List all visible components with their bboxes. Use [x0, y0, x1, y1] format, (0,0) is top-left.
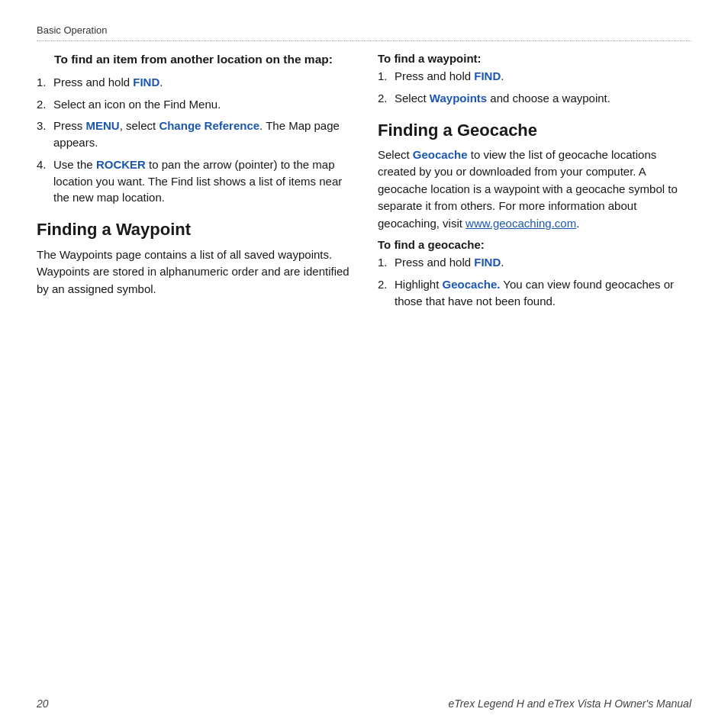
waypoint-section-heading: Finding a Waypoint: [37, 220, 350, 240]
keyword-geocache-highlight: Geocache.: [443, 278, 501, 291]
find-waypoint-steps: 1. Press and hold FIND. 2. Select Waypoi…: [378, 68, 691, 107]
keyword-rocker: ROCKER: [96, 158, 146, 171]
keyword-geocache-select: Geocache: [413, 148, 468, 161]
content-area: To find an item from another location on…: [37, 52, 691, 317]
header-title: Basic Operation: [37, 24, 108, 36]
list-item: 2. Select Waypoints and choose a waypoin…: [378, 90, 691, 107]
list-item: 1. Press and hold FIND.: [378, 254, 691, 271]
keyword-change-reference: Change Reference: [159, 119, 259, 132]
find-geocache-heading: To find a geocache:: [378, 238, 691, 251]
keyword-find-1: FIND: [133, 76, 159, 89]
list-item: 1. Press and hold FIND.: [378, 68, 691, 85]
keyword-waypoints: Waypoints: [430, 92, 487, 105]
footer: 20 eTrex Legend H and eTrex Vista H Owne…: [37, 697, 691, 710]
list-item: 3. Press MENU, select Change Reference. …: [37, 118, 350, 151]
right-column: To find a waypoint: 1. Press and hold FI…: [378, 52, 691, 317]
page: Basic Operation To find an item from ano…: [0, 0, 728, 728]
list-item: 2. Highlight Geocache. You can view foun…: [378, 276, 691, 310]
find-item-steps: 1. Press and hold FIND. 2. Select an ico…: [37, 74, 350, 206]
list-item: 1. Press and hold FIND.: [37, 74, 350, 91]
left-column: To find an item from another location on…: [37, 52, 350, 317]
geocache-section-heading: Finding a Geocache: [378, 121, 691, 140]
find-waypoint-heading: To find a waypoint:: [378, 52, 691, 65]
keyword-menu: MENU: [86, 119, 120, 132]
footer-manual-title: eTrex Legend H and eTrex Vista H Owner's…: [448, 697, 691, 710]
list-item: 2. Select an icon on the Find Menu.: [37, 96, 350, 113]
page-number: 20: [37, 697, 49, 710]
find-geocache-steps: 1. Press and hold FIND. 2. Highlight Geo…: [378, 254, 691, 309]
geocache-body: Select Geocache to view the list of geoc…: [378, 147, 691, 233]
list-item: 4. Use the ROCKER to pan the arrow (poin…: [37, 156, 350, 206]
keyword-find-2: FIND: [474, 69, 501, 82]
keyword-find-3: FIND: [474, 256, 501, 269]
header: Basic Operation: [37, 24, 691, 41]
geocaching-link[interactable]: www.geocaching.com: [465, 217, 576, 230]
find-item-heading: To find an item from another location on…: [37, 52, 350, 68]
waypoint-body: The Waypoints page contains a list of al…: [37, 246, 350, 298]
